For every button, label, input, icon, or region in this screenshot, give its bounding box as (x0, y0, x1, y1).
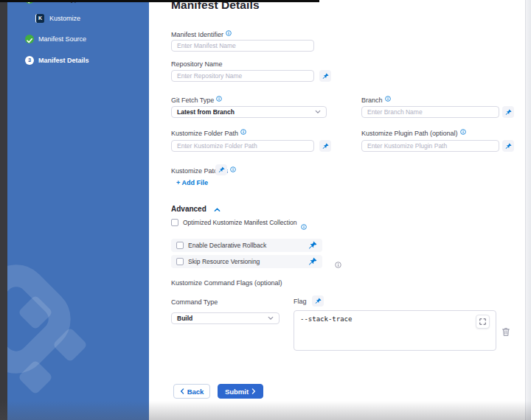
branch-input[interactable] (361, 106, 499, 118)
info-icon[interactable] (216, 96, 222, 102)
skip-resource-versioning-checkbox[interactable] (176, 258, 184, 265)
add-file-button[interactable]: + Add File (176, 179, 208, 186)
flag-pin-button[interactable] (312, 295, 324, 307)
kustomize-folder-path-pin-button[interactable] (319, 140, 331, 152)
step-label: Manifest Source (38, 35, 86, 43)
step-number-badge: 3 (25, 56, 34, 65)
kustomize-icon: K (35, 14, 44, 23)
flag-value-textarea[interactable]: --stack-trace (294, 310, 496, 351)
window-edge-artifact (0, 0, 319, 2)
info-icon[interactable] (230, 167, 236, 172)
checkbox-label: Optimized Kustomize Manifest Collection (183, 219, 296, 226)
pin-icon (322, 73, 329, 80)
pin-icon (315, 298, 322, 304)
manifest-identifier-input[interactable] (171, 40, 314, 52)
command-flags-section-label: Kustomize Command Flags (optional) (171, 279, 282, 287)
step-sidebar: Manifest Type K Kustomize Manifest Sourc… (7, 0, 149, 420)
declarative-rollback-row: Enable Declarative Rollback (171, 239, 322, 252)
optimized-collection-row: Optimized Kustomize Manifest Collection (171, 219, 307, 226)
dimmed-background-strip (0, 0, 7, 420)
branch-pin-button[interactable] (502, 106, 514, 118)
manifest-identifier-label: Manifest Identifier (171, 30, 232, 38)
branch-label: Branch (361, 96, 391, 104)
submit-button[interactable]: Submit (218, 384, 263, 399)
pin-icon (322, 143, 329, 150)
chevron-down-icon (268, 316, 274, 321)
kustomize-plugin-path-input[interactable] (361, 140, 499, 152)
back-button-label: Back (187, 388, 204, 396)
kustomize-plugin-path-label: Kustomize Plugin Path (optional) (361, 129, 466, 137)
declarative-rollback-checkbox[interactable] (176, 242, 184, 249)
checkbox-label: Skip Resource Versioning (188, 258, 304, 265)
chevron-right-icon (251, 388, 256, 394)
info-icon[interactable] (240, 129, 246, 135)
advanced-section-toggle[interactable]: Advanced (171, 205, 206, 213)
flag-label: Flag (294, 298, 307, 305)
pin-icon[interactable] (308, 257, 317, 266)
pin-icon (505, 109, 512, 116)
kustomize-plugin-path-pin-button[interactable] (502, 140, 514, 152)
pin-icon (505, 143, 512, 150)
submit-button-label: Submit (225, 388, 249, 396)
info-icon[interactable] (385, 96, 391, 102)
kustomize-folder-path-label: Kustomize Folder Path (171, 129, 246, 137)
background-right-strip (525, 0, 531, 420)
expand-editor-button[interactable] (476, 315, 490, 329)
manifest-details-drawer: Manifest Type K Kustomize Manifest Sourc… (0, 0, 531, 420)
step-label: Kustomize (49, 15, 80, 22)
sidebar-step-kustomize[interactable]: K Kustomize (7, 14, 149, 24)
pin-icon (218, 167, 225, 173)
info-icon[interactable] (226, 30, 232, 36)
repository-name-input[interactable] (171, 70, 314, 82)
chevron-left-icon (180, 388, 184, 394)
info-icon[interactable] (460, 129, 466, 135)
delete-flag-icon[interactable] (502, 327, 510, 337)
repository-name-label: Repository Name (171, 60, 223, 68)
kustomize-patches-pin-button[interactable] (215, 164, 227, 175)
check-icon (25, 35, 34, 43)
chevron-up-icon[interactable] (214, 207, 221, 212)
command-type-label: Command Type (171, 298, 218, 306)
expand-icon (479, 318, 486, 325)
chevron-down-icon (315, 110, 321, 114)
git-fetch-type-select[interactable]: Latest from Branch (171, 106, 327, 118)
sidebar-step-manifest-details[interactable]: 3 Manifest Details (7, 56, 149, 66)
command-type-select[interactable]: Build (171, 312, 280, 324)
repository-name-pin-button[interactable] (319, 70, 331, 82)
skip-resource-versioning-row: Skip Resource Versioning (171, 255, 322, 268)
sidebar-step-manifest-source[interactable]: Manifest Source (7, 35, 149, 45)
pin-icon[interactable] (308, 241, 317, 250)
checkbox-label: Enable Declarative Rollback (188, 242, 304, 249)
step-label: Manifest Details (38, 57, 89, 64)
optimized-collection-checkbox[interactable] (171, 219, 178, 226)
info-icon[interactable] (335, 258, 341, 264)
manifest-details-form: Manifest Details Manifest Identifier Rep… (149, 0, 525, 420)
back-button[interactable]: Back (173, 384, 210, 399)
kustomize-folder-path-input[interactable] (171, 140, 314, 152)
git-fetch-type-label: Git Fetch Type (171, 96, 222, 104)
info-icon[interactable] (301, 220, 307, 225)
